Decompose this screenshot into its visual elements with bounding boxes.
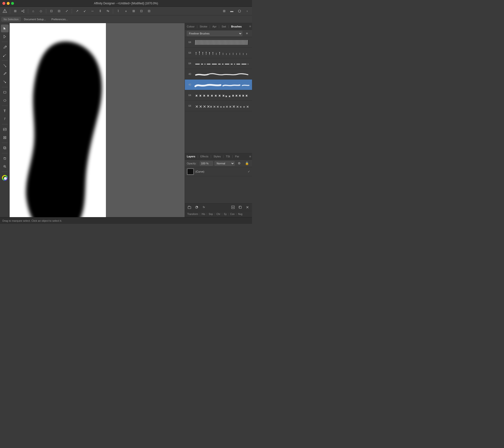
delete-layer-button[interactable] — [244, 204, 251, 210]
studio-button[interactable]: ▬ — [228, 8, 235, 15]
blend-mode-select[interactable]: Normal — [215, 161, 235, 166]
image-button[interactable] — [1, 126, 9, 133]
transform-button[interactable]: ⤢ — [63, 8, 70, 15]
tb-btn-g[interactable]: ⌅ — [123, 8, 129, 15]
brush-preview-3 — [193, 60, 251, 67]
brush-item-7[interactable]: 64 ✕ ✕ ✕ ✕ ✕ ✕ ✕ ✕ — [185, 101, 252, 111]
tb-btn-d[interactable]: ⇕ — [97, 8, 104, 15]
grid-button[interactable]: ⊞ — [12, 8, 18, 15]
tab-effects[interactable]: Effects — [198, 154, 210, 159]
brush-size-2: 64 — [186, 52, 191, 54]
btab-his[interactable]: His — [200, 212, 207, 216]
tb-btn-e[interactable]: ⇆ — [105, 8, 111, 15]
placeholder-button[interactable] — [1, 134, 9, 141]
smart-pen-button[interactable] — [1, 51, 9, 59]
panel-more-icon[interactable]: ≡ — [249, 25, 251, 28]
hand-button[interactable] — [1, 155, 9, 162]
maximize-button[interactable] — [11, 2, 14, 5]
paint-button[interactable] — [1, 62, 9, 69]
add-layer-button[interactable] — [230, 204, 236, 210]
color-preview[interactable] — [1, 174, 9, 182]
svg-line-68 — [244, 40, 244, 45]
tab-stroke[interactable]: Stroke — [198, 24, 209, 29]
snapping-button2[interactable]: ⊟ — [55, 8, 62, 15]
tab-apr[interactable]: Apr — [210, 24, 218, 29]
pixel-button[interactable] — [236, 8, 243, 15]
svg-text:✕: ✕ — [236, 105, 239, 109]
btab-con[interactable]: Con — [229, 212, 236, 216]
context-toolbar: No Selection Document Setup... Preferenc… — [0, 15, 252, 23]
text-button[interactable]: T — [1, 107, 9, 115]
tb-btn-a[interactable]: ↗ — [74, 8, 80, 15]
preferences-button[interactable]: Preferences... — [49, 17, 70, 21]
btab-transform[interactable]: Transform — [186, 212, 199, 216]
brush-item-5[interactable]: 40 — [185, 79, 252, 90]
svg-line-35 — [204, 40, 204, 45]
tb-btn-b[interactable]: ↙ — [81, 8, 88, 15]
tab-par[interactable]: Par — [233, 154, 241, 159]
view-split-button[interactable]: ⊞ — [221, 8, 227, 15]
svg-line-56 — [229, 40, 229, 45]
brush-item-1[interactable]: 64 — [185, 37, 252, 48]
ellipse-button[interactable] — [1, 97, 9, 104]
zoom-button[interactable] — [1, 163, 9, 170]
brushes-menu-button[interactable]: ≡ — [244, 30, 250, 37]
layer-settings-button[interactable]: ⚙ — [236, 160, 242, 167]
canvas-area[interactable] — [10, 23, 185, 217]
window-controls — [2, 2, 14, 5]
layer-row-curve[interactable]: (Curve) ✓ — [185, 167, 252, 176]
tb-btn-c[interactable]: ↔ — [89, 8, 96, 15]
eyedrop-button[interactable] — [1, 70, 9, 78]
share-button[interactable] — [19, 8, 26, 15]
btab-chr[interactable]: Chr — [215, 212, 222, 216]
layer-opacity-button[interactable] — [194, 204, 200, 210]
tab-brushes[interactable]: Brushes — [229, 24, 244, 29]
add-layer-group-button[interactable] — [186, 204, 193, 210]
brushes-dropdown[interactable]: Fineliner Brushes — [187, 31, 242, 36]
layer-thumb-black — [187, 169, 193, 174]
layer-lock-button[interactable]: 🔒 — [244, 160, 250, 167]
node-tool-button[interactable] — [1, 33, 9, 40]
btab-sy[interactable]: Sy — [222, 212, 228, 216]
opacity-input[interactable] — [200, 161, 213, 166]
btab-snp[interactable]: Snp — [207, 212, 215, 216]
close-button[interactable] — [2, 2, 5, 5]
home-button[interactable]: ⌂ — [30, 8, 36, 15]
brush-item-4[interactable]: 40 — [185, 69, 252, 79]
layer-fx-button[interactable]: fx — [201, 204, 207, 210]
svg-line-46 — [217, 40, 217, 45]
layer-visibility-check[interactable]: ✓ — [248, 170, 250, 173]
brush-item-2[interactable]: 64 — [185, 48, 252, 58]
tab-styles[interactable]: Styles — [212, 154, 223, 159]
brush-item-6[interactable]: 64 × × × × × × × × — [185, 90, 252, 101]
tb-btn-h[interactable]: ⊞ — [130, 8, 137, 15]
panel2-more-icon[interactable]: ≡ — [249, 155, 251, 158]
svg-line-59 — [233, 40, 233, 45]
brush-preview-1 — [193, 39, 251, 46]
btab-nvg[interactable]: Nvg — [237, 212, 244, 216]
duplicate-layer-button[interactable] — [237, 204, 243, 210]
tb-btn-i[interactable]: ⊡ — [138, 8, 145, 15]
svg-text:×: × — [199, 94, 201, 97]
rect-button[interactable] — [1, 88, 9, 96]
select-tool-button[interactable] — [1, 25, 9, 32]
brush-item-3[interactable]: 64 — [185, 58, 252, 69]
snapping-button1[interactable]: ⊡ — [48, 8, 55, 15]
transform3-button[interactable] — [1, 144, 9, 152]
tab-swt[interactable]: Swt — [220, 24, 228, 29]
minimize-button[interactable] — [7, 2, 10, 5]
tb-btn-j[interactable]: ⊟ — [146, 8, 152, 15]
fill-button[interactable] — [1, 78, 9, 86]
artistic-text-button[interactable]: T — [1, 115, 9, 123]
svg-line-64 — [239, 40, 239, 45]
svg-text:✕: ✕ — [216, 105, 219, 109]
document-setup-button[interactable]: Document Setup... — [21, 17, 48, 21]
tab-layers[interactable]: Layers — [185, 154, 197, 159]
more-button[interactable]: › — [244, 8, 251, 15]
vector-button[interactable]: ◇ — [37, 8, 44, 15]
pen-tool-button[interactable] — [1, 43, 9, 51]
tab-colour[interactable]: Colour — [185, 24, 197, 29]
tab-tst[interactable]: TSt — [224, 154, 232, 159]
tb-btn-f[interactable]: ⌇ — [115, 8, 122, 15]
brush-size-1: 64 — [186, 41, 191, 44]
